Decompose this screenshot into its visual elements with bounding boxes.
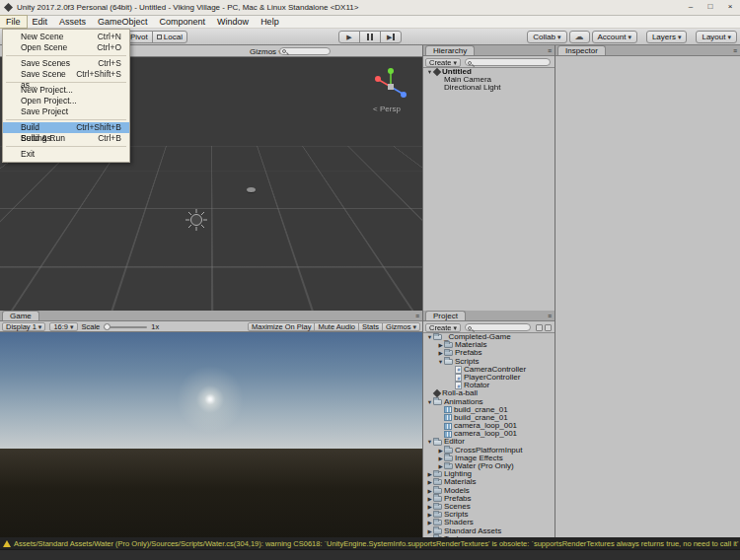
maximize-on-play-button[interactable]: Maximize On Play: [248, 322, 315, 331]
menubar-item[interactable]: Component: [154, 16, 212, 28]
stats-button[interactable]: Stats: [358, 322, 383, 331]
project-search-input[interactable]: [475, 324, 528, 330]
persp-toggle[interactable]: < Persp: [359, 105, 414, 113]
tab-inspector[interactable]: Inspector: [557, 45, 606, 55]
menubar-item[interactable]: GameObject: [92, 16, 154, 28]
project-item[interactable]: camera_loop_001: [423, 430, 555, 438]
close-button[interactable]: ×: [720, 0, 740, 15]
search-by-label-icon[interactable]: [545, 324, 552, 331]
console-status-bar[interactable]: Assets/Standard Assets/Water (Pro Only)/…: [0, 537, 740, 549]
project-item[interactable]: Lighting: [423, 470, 555, 478]
step-icon: ▶: [387, 34, 392, 41]
file-menu-item[interactable]: Save Project: [3, 106, 129, 117]
panel-menu-icon[interactable]: ≡: [733, 47, 737, 54]
chevron-down-icon: [454, 323, 458, 332]
layout-button[interactable]: Layout: [696, 31, 737, 43]
scene-orientation-gizmo[interactable]: [371, 63, 410, 106]
step-button[interactable]: ▶: [380, 31, 402, 43]
minimize-button[interactable]: –: [681, 0, 701, 15]
mute-audio-button[interactable]: Mute Audio: [314, 322, 359, 331]
file-menu-item[interactable]: New Scene Ctrl+N: [3, 32, 129, 42]
project-item[interactable]: Materials: [423, 478, 555, 486]
project-item[interactable]: Scripts: [423, 511, 555, 519]
maximize-button[interactable]: □: [701, 0, 720, 15]
play-button[interactable]: ▶: [338, 31, 360, 43]
game-view-pane: Game ≡ Display 1 16:9 Scale 1x Maximize …: [0, 311, 423, 537]
file-menu-item[interactable]: Build Settings... Ctrl+Shift+B: [3, 122, 129, 133]
hierarchy-search-input[interactable]: [475, 59, 548, 65]
project-panel: Project ≡ Create _Completed-Game Mate: [423, 311, 555, 537]
file-menu-item[interactable]: Save Scenes Ctrl+S: [3, 58, 129, 69]
item-icon: [433, 512, 442, 518]
search-by-type-icon[interactable]: [536, 324, 543, 331]
expand-arrow-icon[interactable]: [426, 487, 433, 495]
expand-arrow-icon[interactable]: [426, 519, 433, 526]
project-item[interactable]: Scenes: [423, 503, 555, 511]
menubar-item[interactable]: Assets: [53, 16, 92, 28]
project-create-button[interactable]: Create: [425, 323, 461, 332]
expand-arrow-icon[interactable]: [426, 398, 433, 406]
tab-hierarchy[interactable]: Hierarchy: [425, 45, 475, 55]
project-item[interactable]: _Completed-Game: [423, 333, 555, 341]
expand-arrow-icon[interactable]: [437, 341, 444, 349]
file-menu-item[interactable]: New Project...: [3, 85, 129, 96]
project-item[interactable]: Models: [423, 487, 555, 495]
expand-arrow-icon[interactable]: [426, 438, 433, 446]
layers-button[interactable]: Layers: [646, 31, 688, 43]
expand-arrow-icon[interactable]: [437, 447, 444, 455]
expand-arrow-icon[interactable]: [426, 478, 433, 486]
scene-search-input[interactable]: [289, 48, 328, 54]
scene-object[interactable]: [247, 187, 256, 192]
expand-arrow-icon[interactable]: [437, 358, 444, 366]
expand-arrow-icon[interactable]: [426, 495, 433, 503]
local-toggle-button[interactable]: Local: [152, 31, 187, 43]
game-gizmos-dropdown[interactable]: Gizmos: [382, 322, 420, 331]
expand-arrow-icon[interactable]: [437, 349, 444, 357]
menubar-item[interactable]: Edit: [27, 16, 54, 28]
project-item[interactable]: Water (Pro Only): [423, 462, 555, 470]
item-icon: [433, 479, 442, 485]
menubar-item[interactable]: Help: [255, 16, 285, 28]
display-dropdown[interactable]: Display 1: [2, 322, 45, 331]
file-menu-item[interactable]: Open Project...: [3, 96, 129, 106]
pause-button[interactable]: [359, 31, 381, 43]
project-item[interactable]: Prefabs: [423, 495, 555, 503]
hierarchy-item[interactable]: Directional Light: [423, 84, 555, 92]
item-icon: [433, 334, 442, 340]
project-item[interactable]: Prefabs: [423, 349, 555, 357]
menubar-item[interactable]: Window: [211, 16, 255, 28]
hierarchy-create-button[interactable]: Create: [425, 58, 461, 67]
scale-slider[interactable]: [104, 326, 147, 328]
file-menu-item[interactable]: Save Scene as... Ctrl+Shift+S: [3, 69, 129, 80]
directional-light-gizmo-icon[interactable]: [184, 207, 209, 233]
tab-game[interactable]: Game: [2, 311, 39, 320]
game-viewport[interactable]: [0, 332, 422, 537]
chevron-down-icon: [678, 33, 682, 41]
expand-arrow-icon[interactable]: [437, 462, 444, 470]
collab-button[interactable]: Collab: [527, 31, 566, 43]
item-icon: [455, 374, 462, 382]
expand-arrow-icon[interactable]: [426, 503, 433, 511]
project-item[interactable]: Roll-a-ball: [423, 389, 555, 397]
account-button[interactable]: Account: [592, 31, 637, 43]
file-menu-item[interactable]: Exit: [3, 149, 129, 160]
titlebar[interactable]: Unity 2017.2.0f3 Personal (64bit) - Unti…: [0, 0, 740, 16]
panel-menu-icon[interactable]: ≡: [548, 47, 552, 54]
menubar-item[interactable]: File: [0, 16, 27, 28]
cloud-button[interactable]: ☁: [569, 31, 590, 43]
aspect-dropdown[interactable]: 16:9: [49, 322, 77, 331]
file-menu-item[interactable]: Build & Run Ctrl+B: [3, 133, 129, 144]
file-menu-item[interactable]: Open Scene Ctrl+O: [3, 42, 129, 53]
expand-arrow-icon[interactable]: [437, 455, 444, 462]
project-item[interactable]: Standard Assets: [423, 527, 555, 535]
expand-arrow-icon[interactable]: [426, 511, 433, 519]
panel-menu-icon[interactable]: ≡: [415, 313, 419, 319]
project-item[interactable]: Materials: [423, 341, 555, 349]
unity-window: Unity 2017.2.0f3 Personal (64bit) - Unti…: [0, 0, 740, 560]
scale-slider-knob[interactable]: [104, 323, 111, 330]
tab-project[interactable]: Project: [425, 311, 466, 320]
expand-arrow-icon[interactable]: [426, 527, 433, 535]
expand-arrow-icon[interactable]: [426, 333, 433, 341]
expand-arrow-icon[interactable]: [426, 470, 433, 478]
panel-menu-icon[interactable]: ≡: [548, 313, 552, 319]
